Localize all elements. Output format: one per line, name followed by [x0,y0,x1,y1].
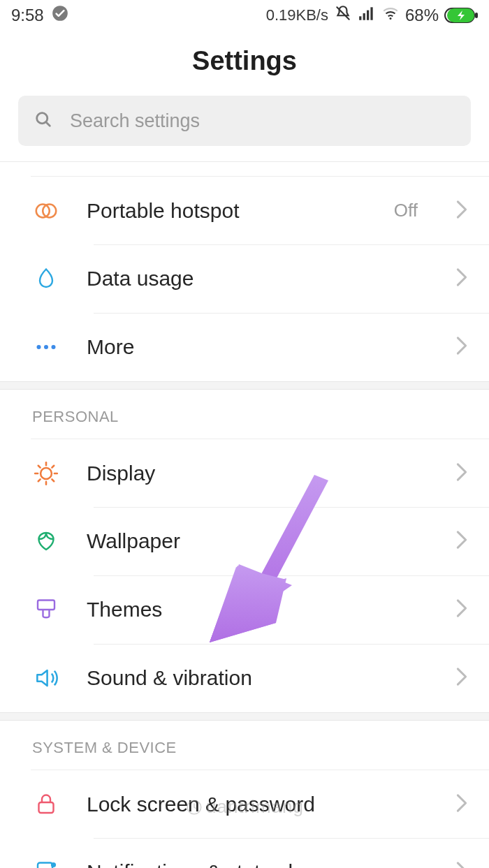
svg-line-23 [52,465,54,467]
wallpaper-icon [31,526,61,557]
page-title: Settings [0,31,489,96]
row-data-usage[interactable]: Data usage [31,244,489,313]
row-notifications[interactable]: Notifications & status bar [31,838,489,868]
row-display[interactable]: Display [31,439,489,507]
system-list: Lock screen & password Notifications & s… [0,770,489,868]
hotspot-icon [31,196,61,226]
sound-icon [31,663,61,693]
wireless-list: Portable hotspot Off Data usage More [0,176,489,381]
row-wallpaper[interactable]: Wallpaper [31,507,489,575]
search-icon [34,110,53,132]
row-themes[interactable]: Themes [31,575,489,644]
notifications-icon [31,857,61,868]
row-portable-hotspot[interactable]: Portable hotspot Off [31,176,489,244]
svg-point-27 [51,862,56,867]
data-usage-icon [31,263,61,294]
row-label: Lock screen & password [87,793,430,816]
status-bar: 9:58 0.19KB/s 68% [0,0,489,31]
row-label: Sound & vibration [87,666,430,690]
section-gap [0,712,489,721]
search-bar[interactable] [18,96,471,146]
chevron-right-icon [455,267,468,290]
svg-rect-2 [363,13,365,20]
chevron-right-icon [455,462,468,485]
status-data-rate: 0.19KB/s [266,6,328,24]
chevron-right-icon [455,200,468,222]
svg-point-13 [44,345,48,349]
chevron-right-icon [455,861,468,868]
search-input[interactable] [70,110,455,132]
row-label: Portable hotspot [87,199,369,223]
row-lock-screen[interactable]: Lock screen & password [31,770,489,838]
row-sound-vibration[interactable]: Sound & vibration [31,644,489,712]
battery-percent: 68% [405,6,439,25]
row-label: Display [87,462,430,485]
row-more[interactable]: More [31,313,489,381]
display-icon [31,458,61,489]
svg-line-21 [52,479,54,481]
row-value: Off [394,200,418,221]
svg-point-15 [41,468,52,479]
status-right: 0.19KB/s 68% [266,4,479,27]
section-gap [0,381,489,390]
personal-list: Display Wallpaper Themes Sound & vibrati… [0,439,489,712]
row-label: Themes [87,598,430,621]
svg-point-14 [52,345,56,349]
svg-rect-3 [367,10,369,20]
chevron-right-icon [455,793,468,816]
svg-rect-7 [475,13,478,18]
row-label: More [87,335,430,359]
battery-icon [444,7,479,24]
status-time: 9:58 [11,6,44,25]
svg-rect-25 [39,802,54,813]
silent-icon [334,4,352,27]
svg-rect-1 [359,16,361,20]
row-label: Wallpaper [87,529,430,553]
status-left: 9:58 [11,4,69,27]
row-label: Data usage [87,267,430,290]
svg-rect-24 [38,601,54,610]
chevron-right-icon [455,598,468,621]
row-label: Notifications & status bar [87,860,430,868]
check-icon [51,4,69,27]
more-icon [31,332,61,362]
svg-rect-26 [38,863,52,869]
svg-line-9 [46,122,50,126]
signal-icon [358,4,376,27]
section-header-personal: PERSONAL [0,390,489,439]
search-container [0,96,489,161]
themes-icon [31,594,61,625]
chevron-right-icon [455,667,468,689]
svg-point-12 [37,345,41,349]
section-header-system: SYSTEM & DEVICE [0,721,489,770]
wifi-icon [381,4,400,27]
svg-line-20 [38,465,41,467]
svg-line-22 [38,479,41,481]
svg-rect-4 [370,7,372,20]
svg-point-5 [389,17,391,20]
chevron-right-icon [455,336,468,358]
chevron-right-icon [455,530,468,552]
lock-icon [31,789,61,820]
